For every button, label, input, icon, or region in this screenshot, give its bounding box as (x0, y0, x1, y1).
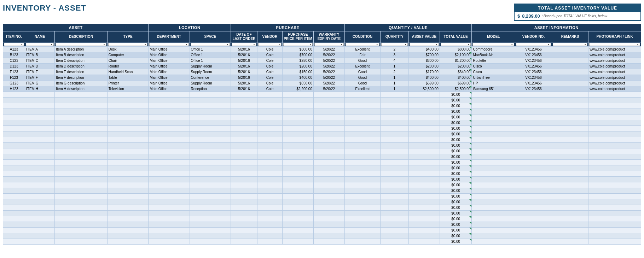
col-total-value: TOTAL VALUE (440, 31, 472, 42)
empty-row: $0.00 (3, 165, 641, 171)
col-department: DEPARTMENT (149, 31, 190, 42)
empty-row: $0.00 (3, 228, 641, 233)
col-condition: CONDITION (344, 31, 380, 42)
filter-desc[interactable]: ▼ (55, 42, 108, 47)
col-purchase-price: PURCHASE PRICE PER ITEM (283, 31, 314, 42)
filter-dept[interactable]: ▼ (149, 42, 190, 47)
inventory-table: ASSET LOCATION PURCHASE QUANTITY / VALUE… (3, 24, 641, 245)
total-box-header: TOTAL ASSET INVENTORY VALUE (515, 4, 640, 12)
empty-row: $0.00 (3, 109, 641, 115)
col-asset-value: ASSET VALUE (408, 31, 440, 42)
group-purchase: PURCHASE (231, 24, 344, 31)
empty-row: $0.00 (3, 98, 641, 103)
page-wrapper: INVENTORY - ASSET TOTAL ASSET INVENTORY … (0, 0, 644, 246)
filter-remarks[interactable]: ▼ (552, 42, 588, 47)
filter-total-val[interactable]: ▼ (440, 42, 472, 47)
filter-space[interactable]: ▼ (190, 42, 231, 47)
col-name: NAME (25, 31, 55, 42)
empty-row: $0.00 (3, 115, 641, 120)
empty-row: $0.00 (3, 154, 641, 160)
top-section: INVENTORY - ASSET TOTAL ASSET INVENTORY … (3, 4, 641, 21)
filter-row: ▼ ▼ ▼ ▼ ▼ ▼ ▼ ▼ ▼ ▼ ▼ ▼ ▼ ▼ ▼ ▼ ▼ ▼ (3, 42, 641, 47)
col-vendor: VENDOR (257, 31, 282, 42)
empty-row: $0.00 (3, 205, 641, 211)
filter-photo[interactable]: ▼ (588, 42, 641, 47)
empty-row: $0.00 (3, 148, 641, 154)
empty-row: $0.00 (3, 233, 641, 239)
filter-vendor-no[interactable]: ▼ (515, 42, 552, 47)
table-row: D123ITEM DItem D descriptionRouterMain O… (3, 64, 641, 69)
group-asset-info: ASSET INFORMATION (472, 24, 641, 31)
empty-row: $0.00 (3, 222, 641, 228)
filter-name[interactable]: ▼ (25, 42, 55, 47)
empty-row: $0.00 (3, 239, 641, 245)
empty-row: $0.00 (3, 120, 641, 126)
col-space: SPACE (190, 31, 231, 42)
total-box-value: $ 8,239.00 *Based upon TOTAL VALUE field… (515, 12, 640, 20)
col-warranty-expiry: WARRANTY EXPIRY DATE (313, 31, 344, 42)
empty-row: $0.00 (3, 92, 641, 98)
table-body: A123ITEM AItem A descriptionDeskMain Off… (3, 47, 641, 245)
page-title: INVENTORY - ASSET (3, 4, 86, 13)
empty-row: $0.00 (3, 188, 641, 194)
table-row: C123ITEM CItem C descriptionChairMain Of… (3, 58, 641, 64)
filter-condition[interactable]: ▼ (344, 42, 380, 47)
filter-qty[interactable]: ▼ (380, 42, 408, 47)
empty-row: $0.00 (3, 160, 641, 165)
group-location: LOCATION (149, 24, 231, 31)
table-row: E123ITEM EItem E descriptionHandheld Sca… (3, 69, 641, 75)
group-header-row: ASSET LOCATION PURCHASE QUANTITY / VALUE… (3, 24, 641, 31)
empty-row: $0.00 (3, 137, 641, 143)
table-row: A123ITEM AItem A descriptionDeskMain Off… (3, 47, 641, 52)
filter-warranty[interactable]: ▼ (313, 42, 344, 47)
filter-model[interactable]: ▼ (472, 42, 515, 47)
filter-price[interactable]: ▼ (283, 42, 314, 47)
total-note: *Based upon TOTAL VALUE fields, below. (542, 14, 608, 18)
total-amount: 8,239.00 (522, 13, 540, 19)
table-row: F123ITEM FItem F descriptionTableMain Of… (3, 75, 641, 81)
col-header-row: ITEM NO. NAME DESCRIPTION TYPE DEPARTMEN… (3, 31, 641, 42)
empty-row: $0.00 (3, 143, 641, 148)
filter-type[interactable]: ▼ (107, 42, 148, 47)
col-quantity: QUANTITY (380, 31, 408, 42)
group-qty-value: QUANTITY / VALUE (344, 24, 472, 31)
empty-row: $0.00 (3, 216, 641, 222)
col-vendor-no: VENDOR NO. (515, 31, 552, 42)
table-row: B123ITEM BItem B descriptionComputerMain… (3, 52, 641, 58)
filter-item-no[interactable]: ▼ (3, 42, 25, 47)
empty-row: $0.00 (3, 211, 641, 216)
table-row: G123ITEM GItem G descriptionPrinterMain … (3, 81, 641, 86)
table-row: H123ITEM HItem H descriptionTelevisionMa… (3, 86, 641, 92)
empty-row: $0.00 (3, 199, 641, 205)
empty-row: $0.00 (3, 126, 641, 131)
filter-date[interactable]: ▼ (231, 42, 257, 47)
empty-row: $0.00 (3, 171, 641, 177)
col-item-no: ITEM NO. (3, 31, 25, 42)
col-type: TYPE (107, 31, 148, 42)
col-remarks: REMARKS (552, 31, 588, 42)
col-photo-link: PHOTOGRAPH / LINK (588, 31, 641, 42)
empty-row: $0.00 (3, 103, 641, 109)
empty-row: $0.00 (3, 177, 641, 182)
dollar-sign: $ (517, 13, 520, 19)
col-model: MODEL (472, 31, 515, 42)
filter-asset-val[interactable]: ▼ (408, 42, 440, 47)
empty-row: $0.00 (3, 131, 641, 137)
empty-row: $0.00 (3, 182, 641, 188)
filter-vendor[interactable]: ▼ (257, 42, 282, 47)
col-date-last-order: DATE OF LAST ORDER (231, 31, 257, 42)
group-asset: ASSET (3, 24, 149, 31)
total-box: TOTAL ASSET INVENTORY VALUE $ 8,239.00 *… (514, 4, 641, 21)
empty-row: $0.00 (3, 194, 641, 199)
col-description: DESCRIPTION (55, 31, 108, 42)
